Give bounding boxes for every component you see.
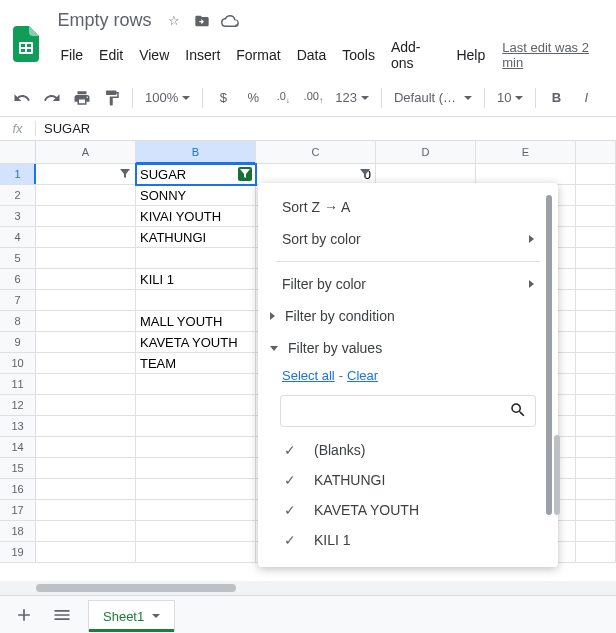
filter-by-color-item[interactable]: Filter by color [258,268,558,300]
cell[interactable] [576,437,616,458]
horizontal-scrollbar[interactable] [0,581,616,595]
cell[interactable] [136,437,256,458]
col-header-B[interactable]: B [136,141,256,164]
last-edit-link[interactable]: Last edit was 2 min [502,40,608,70]
cell[interactable] [576,269,616,290]
cell[interactable] [476,164,576,185]
filter-search[interactable] [280,395,536,427]
cell[interactable]: KATHUNGI [136,227,256,248]
decrease-decimal-button[interactable]: .0↓ [269,84,297,112]
cell[interactable]: MALL YOUTH [136,311,256,332]
bold-button[interactable]: B [542,84,570,112]
cell[interactable] [36,311,136,332]
cell[interactable] [576,290,616,311]
row-header[interactable]: 18 [0,521,36,542]
cell[interactable] [136,416,256,437]
cell[interactable] [36,542,136,563]
scrollbar-thumb[interactable] [36,584,236,592]
row-header[interactable]: 14 [0,437,36,458]
filter-by-condition-item[interactable]: Filter by condition [258,300,558,332]
format-currency-button[interactable]: $ [209,84,237,112]
cell[interactable] [376,164,476,185]
col-header-E[interactable]: E [476,141,576,164]
all-sheets-button[interactable] [50,603,74,627]
clear-link[interactable]: Clear [347,368,378,383]
doc-title[interactable]: Empty rows [53,8,155,33]
menu-insert[interactable]: Insert [178,43,227,67]
filter-icon[interactable] [238,167,252,181]
cell[interactable] [136,374,256,395]
paint-format-button[interactable] [98,84,126,112]
menu-file[interactable]: File [53,43,90,67]
filter-by-values-item[interactable]: Filter by values [258,332,558,364]
cell[interactable] [36,521,136,542]
cell[interactable]: KILI 1 [136,269,256,290]
row-header[interactable]: 9 [0,332,36,353]
sheets-logo[interactable] [8,20,43,68]
font-select[interactable]: Default (Ari... [388,85,478,111]
undo-button[interactable] [8,84,36,112]
cell[interactable] [136,248,256,269]
sheet-tab[interactable]: Sheet1 [88,600,175,632]
row-header[interactable]: 16 [0,479,36,500]
zoom-select[interactable]: 100% [139,85,196,111]
row-header[interactable]: 13 [0,416,36,437]
cell[interactable] [36,395,136,416]
menu-data[interactable]: Data [290,43,334,67]
filter-icon[interactable] [358,167,372,181]
menu-view[interactable]: View [132,43,176,67]
add-sheet-button[interactable] [12,603,36,627]
filter-value-item[interactable]: ✓KAVETA YOUTH [278,495,538,525]
cell[interactable] [576,416,616,437]
row-header[interactable]: 7 [0,290,36,311]
menu-tools[interactable]: Tools [335,43,382,67]
cell[interactable] [36,374,136,395]
formula-input[interactable]: SUGAR [36,121,90,136]
row-header[interactable]: 1 [0,164,36,185]
cell[interactable]: TEAM [136,353,256,374]
select-all-link[interactable]: Select all [282,368,335,383]
star-icon[interactable]: ☆ [164,11,184,31]
cell[interactable] [576,311,616,332]
cell[interactable] [136,395,256,416]
cell[interactable] [576,206,616,227]
cell[interactable] [36,248,136,269]
row-header[interactable]: 17 [0,500,36,521]
cell[interactable]: SONNY [136,185,256,206]
filter-search-input[interactable] [289,403,509,419]
row-header[interactable]: 11 [0,374,36,395]
cell[interactable] [576,332,616,353]
cell[interactable] [36,227,136,248]
cell[interactable]: KIVAI YOUTH [136,206,256,227]
cell[interactable] [576,374,616,395]
cell[interactable] [576,479,616,500]
italic-button[interactable]: I [572,84,600,112]
col-header-C[interactable]: C [256,141,376,164]
cell[interactable] [576,353,616,374]
select-all-corner[interactable] [0,141,36,164]
cell[interactable] [36,479,136,500]
increase-decimal-button[interactable]: .00↑ [299,84,327,112]
cell[interactable] [36,206,136,227]
cell[interactable] [136,290,256,311]
menu-format[interactable]: Format [229,43,287,67]
row-header[interactable]: 19 [0,542,36,563]
row-header[interactable]: 15 [0,458,36,479]
cell[interactable] [36,332,136,353]
cell[interactable] [576,500,616,521]
move-icon[interactable] [192,11,212,31]
cell[interactable] [576,248,616,269]
menu-help[interactable]: Help [449,43,492,67]
cell[interactable] [576,542,616,563]
cell[interactable] [36,290,136,311]
cell[interactable] [36,500,136,521]
cell[interactable] [576,521,616,542]
cell[interactable]: KAVETA YOUTH [136,332,256,353]
cell[interactable]: SUGAR [136,164,256,185]
menu-addons[interactable]: Add-ons [384,35,448,75]
row-header[interactable]: 5 [0,248,36,269]
cell[interactable] [576,395,616,416]
row-header[interactable]: 12 [0,395,36,416]
cell[interactable] [36,185,136,206]
cell[interactable] [36,164,136,185]
